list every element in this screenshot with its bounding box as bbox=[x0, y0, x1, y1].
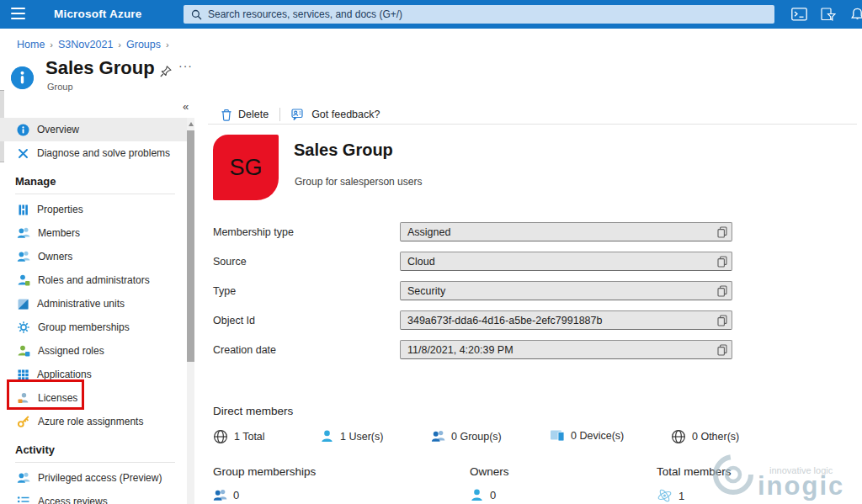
field-value-box: Security bbox=[400, 281, 732, 300]
field-membership-type: Membership type Assigned bbox=[213, 222, 732, 241]
search-input[interactable]: Search resources, services, and docs (G+… bbox=[184, 5, 774, 24]
owners-title: Owners bbox=[470, 465, 509, 478]
sidebar-item-label: Properties bbox=[37, 204, 83, 215]
copy-icon[interactable] bbox=[717, 256, 727, 268]
key-icon bbox=[17, 415, 30, 428]
page-title: Sales Group bbox=[45, 57, 155, 79]
sidebar-item-roles[interactable]: Roles and administrators bbox=[0, 268, 187, 292]
sidebar: Overview Diagnose and solve problems Man… bbox=[0, 118, 187, 504]
admin-units-icon bbox=[17, 298, 29, 310]
pin-icon[interactable] bbox=[159, 65, 173, 78]
sidebar-item-owners[interactable]: Owners bbox=[0, 245, 187, 268]
copy-icon[interactable] bbox=[717, 344, 727, 356]
field-label: Membership type bbox=[213, 226, 294, 238]
delete-button[interactable]: Delete bbox=[221, 109, 269, 121]
stat-label: 1 Total bbox=[234, 431, 265, 443]
roles-admin-icon bbox=[17, 273, 30, 287]
sidebar-item-admin-units[interactable]: Administrative units bbox=[0, 292, 187, 316]
field-label: Creation date bbox=[213, 344, 276, 356]
sidebar-item-applications[interactable]: Applications bbox=[0, 363, 187, 386]
divider bbox=[15, 194, 175, 194]
group-initials: SG bbox=[229, 155, 262, 181]
sidebar-collapse-icon[interactable]: « bbox=[183, 100, 189, 113]
sidebar-item-label: Privileged access (Preview) bbox=[38, 472, 162, 484]
field-value-box: Assigned bbox=[400, 222, 732, 241]
group-icon bbox=[213, 488, 227, 502]
search-placeholder: Search resources, services, and docs (G+… bbox=[208, 8, 402, 20]
menu-icon[interactable] bbox=[11, 8, 25, 19]
more-options-icon[interactable]: ··· bbox=[178, 59, 193, 72]
notifications-bell-icon[interactable] bbox=[850, 8, 862, 21]
sidebar-item-label: Azure role assignments bbox=[38, 416, 143, 427]
field-label: Source bbox=[213, 256, 247, 268]
field-value-box: 349a673f-dda6-4d16-a5be-2efc7991887b bbox=[400, 310, 732, 330]
user-icon bbox=[320, 429, 334, 443]
watermark-logo bbox=[710, 452, 756, 497]
sidebar-item-label: Roles and administrators bbox=[38, 274, 150, 286]
properties-icon bbox=[17, 204, 29, 216]
command-bar: Delete Got feedback? bbox=[221, 106, 380, 123]
breadcrumb-directory[interactable]: S3Nov2021 bbox=[58, 39, 113, 50]
diagnose-icon bbox=[17, 147, 29, 160]
field-label: Type bbox=[213, 285, 236, 297]
field-value: Cloud bbox=[407, 256, 435, 268]
field-value: 349a673f-dda6-4d16-a5be-2efc7991887b bbox=[407, 315, 602, 326]
sidebar-item-azure-role-assignments[interactable]: Azure role assignments bbox=[0, 410, 187, 433]
sidebar-item-privileged-access[interactable]: Privileged access (Preview) bbox=[0, 466, 187, 490]
people-icon bbox=[17, 226, 30, 240]
stat-label: 0 Group(s) bbox=[451, 431, 502, 443]
sidebar-item-overview[interactable]: Overview bbox=[0, 118, 187, 141]
count-value: 0 bbox=[490, 489, 496, 501]
top-bar: Microsoft Azure Search resources, servic… bbox=[0, 0, 862, 29]
sidebar-item-assigned-roles[interactable]: Assigned roles bbox=[0, 339, 187, 363]
copy-icon[interactable] bbox=[717, 226, 727, 238]
sidebar-item-licenses[interactable]: Licenses bbox=[0, 386, 187, 410]
stat-devices: 0 Device(s) bbox=[550, 429, 624, 443]
stat-label: 1 User(s) bbox=[340, 431, 383, 443]
product-name[interactable]: Microsoft Azure bbox=[54, 0, 142, 29]
toolbar-divider bbox=[279, 108, 280, 121]
delete-label: Delete bbox=[238, 109, 269, 120]
stat-total: 1 Total bbox=[213, 429, 265, 444]
scrollbar-thumb[interactable] bbox=[187, 130, 194, 362]
sidebar-item-properties[interactable]: Properties bbox=[0, 198, 187, 221]
sidebar-item-group-memberships[interactable]: Group memberships bbox=[0, 316, 187, 339]
gear-icon bbox=[17, 321, 30, 334]
directory-filter-icon[interactable] bbox=[821, 8, 836, 21]
globe-icon bbox=[213, 429, 228, 444]
field-value: 11/8/2021, 4:20:39 PM bbox=[407, 344, 513, 356]
atom-icon bbox=[657, 488, 673, 503]
user-icon bbox=[470, 488, 484, 502]
field-value: Security bbox=[407, 285, 445, 297]
sidebar-item-members[interactable]: Members bbox=[0, 221, 187, 245]
list-icon bbox=[17, 495, 30, 504]
breadcrumb-separator: › bbox=[50, 40, 53, 50]
group-name: Sales Group bbox=[294, 141, 393, 160]
field-value: Assigned bbox=[407, 226, 450, 238]
divider bbox=[208, 124, 857, 125]
field-type: Type Security bbox=[213, 281, 732, 300]
cloud-shell-icon[interactable] bbox=[791, 8, 807, 21]
copy-icon[interactable] bbox=[717, 315, 727, 326]
breadcrumb-home[interactable]: Home bbox=[17, 39, 45, 50]
sidebar-item-access-reviews[interactable]: Access reviews bbox=[0, 490, 187, 504]
sidebar-item-label: Diagnose and solve problems bbox=[37, 147, 170, 159]
field-value-box: Cloud bbox=[400, 252, 732, 271]
count-value: 1 bbox=[678, 490, 684, 502]
feedback-label: Got feedback? bbox=[311, 109, 380, 120]
feedback-button[interactable]: Got feedback? bbox=[291, 109, 380, 121]
sidebar-item-diagnose[interactable]: Diagnose and solve problems bbox=[0, 141, 187, 165]
field-label: Object Id bbox=[213, 315, 255, 326]
properties-form: Membership type Assigned Source Cloud Ty… bbox=[213, 222, 732, 369]
copy-icon[interactable] bbox=[717, 285, 727, 297]
field-object-id: Object Id 349a673f-dda6-4d16-a5be-2efc79… bbox=[213, 310, 732, 330]
scrollbar-up-arrow[interactable] bbox=[189, 122, 194, 126]
field-creation-date: Creation date 11/8/2021, 4:20:39 PM bbox=[213, 340, 732, 359]
breadcrumb-separator: › bbox=[166, 40, 169, 50]
info-icon bbox=[17, 124, 29, 136]
sidebar-item-label: Administrative units bbox=[37, 298, 125, 310]
divider bbox=[15, 462, 175, 463]
stat-others: 0 Other(s) bbox=[671, 429, 739, 444]
breadcrumb-groups[interactable]: Groups bbox=[126, 39, 161, 50]
sidebar-item-label: Access reviews bbox=[38, 496, 108, 504]
